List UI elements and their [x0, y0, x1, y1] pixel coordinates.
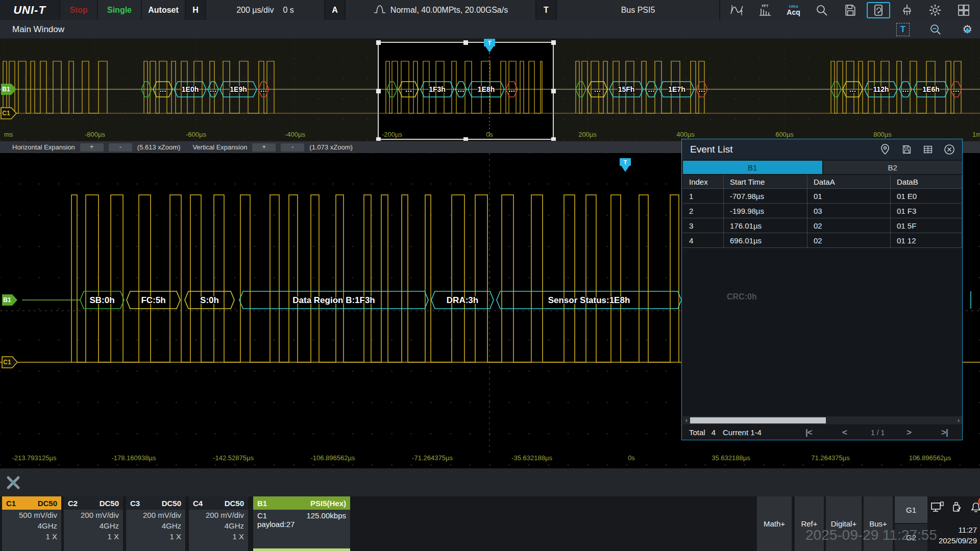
selection-handle[interactable]	[551, 137, 556, 141]
selection-handle[interactable]	[376, 40, 381, 45]
ultra-acq-icon[interactable]: UltraAcq	[782, 2, 805, 18]
event-cell: 1	[683, 189, 724, 203]
v-expand-minus-button[interactable]: -	[281, 143, 304, 152]
trigger-key[interactable]: T	[536, 0, 557, 20]
event-cell: 02	[807, 218, 891, 233]
display-icon[interactable]	[930, 500, 944, 514]
acquisition-info[interactable]: Normal, 40.00MPts, 20.00GSa/s	[346, 0, 536, 20]
run-stop-button[interactable]: Stop	[60, 0, 98, 20]
v-expand-plus-button[interactable]: +	[252, 143, 276, 152]
table-view-icon[interactable]	[919, 142, 937, 157]
event-list-scrollbar[interactable]: ‹ ›	[683, 416, 962, 424]
event-row[interactable]: 1-707.98µs0101 E0	[683, 189, 962, 204]
lower-tool-strip	[0, 468, 980, 496]
decode-label: 1E6h	[922, 85, 939, 93]
c1-tag-text: C1	[3, 359, 11, 366]
prev-page-button[interactable]: <	[842, 428, 847, 438]
channel-scale: 500 mV/div	[6, 511, 57, 519]
main-axis-label: 35.632188µs	[712, 454, 750, 462]
v-zoom-factor: (1.073 xZoom)	[309, 143, 353, 151]
event-row[interactable]: 4696.01µs0201 12	[683, 233, 962, 248]
search-icon[interactable]	[810, 2, 834, 18]
selection-handle[interactable]	[376, 89, 381, 93]
gear-icon[interactable]: ⚙	[961, 23, 974, 36]
event-row[interactable]: 2-199.98µs0301 F3	[683, 204, 962, 218]
fft-icon[interactable]: FFT	[753, 2, 777, 18]
decode-label: …	[849, 85, 856, 93]
overview-axis-label: 800µs	[873, 131, 892, 138]
total-value: 4	[712, 428, 716, 437]
event-tab-b2[interactable]: B2	[823, 161, 963, 174]
svg-text:FFT: FFT	[762, 4, 769, 8]
event-cell: 2	[683, 204, 724, 218]
channel-card-c3[interactable]: C3DC50 200 mV/div4GHz1 X	[126, 496, 185, 551]
usb-icon[interactable]	[949, 500, 964, 514]
page-indicator: 1 / 1	[871, 429, 885, 437]
timebase-display[interactable]: 200 µs/div 0 s	[206, 0, 325, 20]
save-icon[interactable]	[898, 142, 915, 157]
selection-handle[interactable]	[463, 40, 468, 45]
windows-icon[interactable]	[952, 2, 975, 18]
column-header-start-time: Start Time	[724, 175, 807, 188]
overview-axis-label: -200µs	[382, 131, 403, 138]
channel-card-c2[interactable]: C2DC50 200 mV/div4GHz1 X	[64, 496, 123, 551]
event-row[interactable]: 3176.01µs0201 5F	[683, 218, 962, 233]
bus-add-button[interactable]: Bus+	[864, 496, 893, 551]
clear-icon[interactable]	[895, 2, 919, 18]
main-axis-label: 71.264375µs	[811, 454, 850, 462]
decode-label: 1E7h	[668, 85, 685, 93]
decode-label: …	[159, 85, 166, 93]
bus-card-b1[interactable]: B1 PSI5(Hex) C1 125.00kbps payload:27	[253, 496, 350, 551]
event-tab-b1[interactable]: B1	[683, 161, 822, 174]
bus-card-strip	[253, 548, 350, 551]
scroll-left-arrow[interactable]: ‹	[683, 416, 690, 424]
channel-card-c4[interactable]: C4DC50 200 mV/div4GHz1 X	[189, 496, 248, 551]
channel-bandwidth: 4GHz	[68, 521, 119, 530]
decode-label: S:0h	[200, 295, 219, 305]
math-add-button[interactable]: Math+	[757, 496, 792, 551]
decode-label: …	[902, 85, 909, 93]
tools-x-icon[interactable]	[5, 474, 21, 491]
text-annotation-icon[interactable]: T	[896, 23, 910, 36]
channel-coupling: DC50	[38, 499, 57, 508]
overview-waveform-strip[interactable]: …1E0h…1E9h……1F3h…1E8h……15Fh…1E7h……112h…1…	[0, 39, 980, 141]
scroll-right-arrow[interactable]: ›	[955, 416, 962, 424]
notification-bell-icon[interactable]: 4	[969, 500, 980, 514]
settings-icon[interactable]	[923, 2, 947, 18]
autoset-button[interactable]: Autoset	[142, 0, 186, 20]
selection-handle[interactable]	[551, 40, 556, 45]
acquire-key[interactable]: A	[325, 0, 346, 20]
selection-handle[interactable]	[376, 137, 381, 141]
close-icon[interactable]	[941, 142, 958, 157]
main-axis-label: -106.896562µs	[310, 454, 355, 462]
event-cell: 02	[807, 233, 891, 247]
channel-coupling: DC50	[100, 499, 119, 508]
ref-add-button[interactable]: Ref+	[795, 496, 824, 551]
trigger-bus-label[interactable]: Bus PSI5	[557, 0, 720, 20]
acq-label: Acq	[787, 9, 800, 16]
main-axis-label: -213.793125µs	[12, 454, 57, 462]
zoom-out-icon[interactable]	[929, 23, 942, 36]
mark-pin-icon[interactable]	[876, 142, 894, 157]
last-page-button[interactable]: >|	[941, 428, 948, 438]
selection-handle[interactable]	[463, 137, 468, 141]
first-page-button[interactable]: |<	[805, 428, 812, 438]
c1-burst	[3, 61, 107, 113]
event-list-tabs: B1B2	[683, 161, 962, 174]
horizontal-key[interactable]: H	[186, 0, 206, 20]
digital-add-button[interactable]: Digital+	[826, 496, 862, 551]
channel-card-c1[interactable]: C1DC50 500 mV/div4GHz1 X	[2, 496, 61, 551]
screenshot-icon[interactable]	[867, 2, 890, 18]
h-expand-plus-button[interactable]: +	[80, 143, 104, 152]
selection-handle[interactable]	[551, 89, 556, 93]
overview-axis-label: -600µs	[186, 131, 207, 138]
scrollbar-thumb[interactable]	[690, 417, 826, 423]
next-page-button[interactable]: >	[906, 428, 911, 438]
main-axis-label: 0s	[628, 454, 635, 462]
save-icon[interactable]	[839, 2, 862, 18]
h-expand-minus-button[interactable]: -	[109, 143, 132, 152]
measure-icon[interactable]	[725, 2, 749, 18]
g1-button[interactable]: G1	[895, 496, 927, 523]
overview-axis-label: -400µs	[285, 131, 306, 138]
single-button[interactable]: Single	[98, 0, 142, 20]
